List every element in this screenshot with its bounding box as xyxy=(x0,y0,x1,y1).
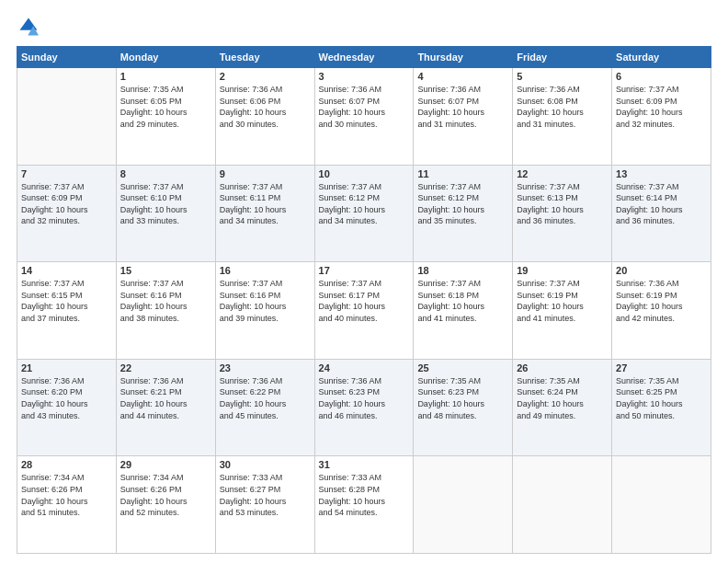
calendar-week-1: 1Sunrise: 7:35 AM Sunset: 6:05 PM Daylig… xyxy=(17,68,711,166)
calendar-cell: 25Sunrise: 7:35 AM Sunset: 6:23 PM Dayli… xyxy=(414,359,513,456)
day-info: Sunrise: 7:34 AM Sunset: 6:26 PM Dayligh… xyxy=(120,472,211,518)
day-info: Sunrise: 7:33 AM Sunset: 6:27 PM Dayligh… xyxy=(220,472,311,518)
calendar-cell: 2Sunrise: 7:36 AM Sunset: 6:06 PM Daylig… xyxy=(215,68,314,166)
day-info: Sunrise: 7:36 AM Sunset: 6:20 PM Dayligh… xyxy=(21,375,112,421)
day-number: 26 xyxy=(517,362,608,373)
day-number: 16 xyxy=(220,265,311,276)
calendar-cell: 6Sunrise: 7:37 AM Sunset: 6:09 PM Daylig… xyxy=(612,68,711,166)
day-info: Sunrise: 7:36 AM Sunset: 6:06 PM Dayligh… xyxy=(220,84,311,130)
calendar-cell: 27Sunrise: 7:35 AM Sunset: 6:25 PM Dayli… xyxy=(612,359,711,456)
svg-marker-0 xyxy=(19,17,37,29)
calendar-cell: 31Sunrise: 7:33 AM Sunset: 6:28 PM Dayli… xyxy=(314,456,414,554)
calendar-cell: 3Sunrise: 7:36 AM Sunset: 6:07 PM Daylig… xyxy=(314,68,414,166)
day-info: Sunrise: 7:36 AM Sunset: 6:19 PM Dayligh… xyxy=(616,278,707,324)
header-friday: Friday xyxy=(513,47,612,68)
calendar-cell: 9Sunrise: 7:37 AM Sunset: 6:11 PM Daylig… xyxy=(215,165,314,262)
day-info: Sunrise: 7:37 AM Sunset: 6:19 PM Dayligh… xyxy=(517,278,608,324)
day-number: 24 xyxy=(319,362,410,373)
day-number: 30 xyxy=(220,459,311,470)
calendar-cell: 7Sunrise: 7:37 AM Sunset: 6:09 PM Daylig… xyxy=(17,165,117,262)
day-info: Sunrise: 7:37 AM Sunset: 6:16 PM Dayligh… xyxy=(220,278,311,324)
day-info: Sunrise: 7:37 AM Sunset: 6:12 PM Dayligh… xyxy=(319,181,410,227)
day-info: Sunrise: 7:36 AM Sunset: 6:07 PM Dayligh… xyxy=(319,84,410,130)
day-number: 2 xyxy=(220,71,311,82)
calendar-cell xyxy=(513,456,612,554)
day-info: Sunrise: 7:34 AM Sunset: 6:26 PM Dayligh… xyxy=(21,472,112,518)
day-number: 1 xyxy=(120,71,211,82)
day-info: Sunrise: 7:36 AM Sunset: 6:07 PM Dayligh… xyxy=(417,84,508,130)
day-info: Sunrise: 7:37 AM Sunset: 6:18 PM Dayligh… xyxy=(417,278,508,324)
calendar-week-3: 14Sunrise: 7:37 AM Sunset: 6:15 PM Dayli… xyxy=(17,262,711,360)
day-info: Sunrise: 7:35 AM Sunset: 6:05 PM Dayligh… xyxy=(120,84,211,130)
calendar-cell: 11Sunrise: 7:37 AM Sunset: 6:12 PM Dayli… xyxy=(414,165,513,262)
calendar-cell: 18Sunrise: 7:37 AM Sunset: 6:18 PM Dayli… xyxy=(414,262,513,360)
day-info: Sunrise: 7:37 AM Sunset: 6:10 PM Dayligh… xyxy=(120,181,211,227)
day-number: 21 xyxy=(21,362,112,373)
calendar-cell: 10Sunrise: 7:37 AM Sunset: 6:12 PM Dayli… xyxy=(314,165,414,262)
calendar-week-2: 7Sunrise: 7:37 AM Sunset: 6:09 PM Daylig… xyxy=(17,165,711,262)
calendar-week-5: 28Sunrise: 7:34 AM Sunset: 6:26 PM Dayli… xyxy=(17,456,711,554)
day-number: 5 xyxy=(517,71,608,82)
calendar-table: SundayMondayTuesdayWednesdayThursdayFrid… xyxy=(17,46,711,554)
logo xyxy=(17,17,39,37)
day-number: 15 xyxy=(120,265,211,276)
calendar-cell: 15Sunrise: 7:37 AM Sunset: 6:16 PM Dayli… xyxy=(116,262,215,360)
day-info: Sunrise: 7:37 AM Sunset: 6:13 PM Dayligh… xyxy=(517,181,608,227)
day-info: Sunrise: 7:37 AM Sunset: 6:09 PM Dayligh… xyxy=(616,84,707,130)
header-sunday: Sunday xyxy=(17,47,117,68)
day-number: 19 xyxy=(517,265,608,276)
day-number: 31 xyxy=(319,459,410,470)
day-info: Sunrise: 7:37 AM Sunset: 6:15 PM Dayligh… xyxy=(21,278,112,324)
calendar-cell: 17Sunrise: 7:37 AM Sunset: 6:17 PM Dayli… xyxy=(314,262,414,360)
day-info: Sunrise: 7:36 AM Sunset: 6:21 PM Dayligh… xyxy=(120,375,211,421)
calendar-cell: 5Sunrise: 7:36 AM Sunset: 6:08 PM Daylig… xyxy=(513,68,612,166)
day-info: Sunrise: 7:36 AM Sunset: 6:22 PM Dayligh… xyxy=(220,375,311,421)
day-number: 20 xyxy=(616,265,707,276)
calendar-cell xyxy=(17,68,117,166)
header xyxy=(17,17,711,37)
calendar-cell: 28Sunrise: 7:34 AM Sunset: 6:26 PM Dayli… xyxy=(17,456,117,554)
header-thursday: Thursday xyxy=(414,47,513,68)
calendar-cell xyxy=(612,456,711,554)
day-number: 25 xyxy=(417,362,508,373)
day-number: 8 xyxy=(120,168,211,179)
logo-icon xyxy=(18,17,39,37)
day-number: 9 xyxy=(220,168,311,179)
day-number: 3 xyxy=(319,71,410,82)
day-info: Sunrise: 7:37 AM Sunset: 6:12 PM Dayligh… xyxy=(417,181,508,227)
page: SundayMondayTuesdayWednesdayThursdayFrid… xyxy=(0,0,728,563)
calendar-cell: 20Sunrise: 7:36 AM Sunset: 6:19 PM Dayli… xyxy=(612,262,711,360)
calendar-cell: 21Sunrise: 7:36 AM Sunset: 6:20 PM Dayli… xyxy=(17,359,117,456)
calendar-cell: 16Sunrise: 7:37 AM Sunset: 6:16 PM Dayli… xyxy=(215,262,314,360)
calendar-cell: 13Sunrise: 7:37 AM Sunset: 6:14 PM Dayli… xyxy=(612,165,711,262)
calendar-cell: 22Sunrise: 7:36 AM Sunset: 6:21 PM Dayli… xyxy=(116,359,215,456)
calendar-week-4: 21Sunrise: 7:36 AM Sunset: 6:20 PM Dayli… xyxy=(17,359,711,456)
day-number: 27 xyxy=(616,362,707,373)
header-tuesday: Tuesday xyxy=(215,47,314,68)
day-number: 28 xyxy=(21,459,112,470)
day-info: Sunrise: 7:37 AM Sunset: 6:09 PM Dayligh… xyxy=(21,181,112,227)
day-info: Sunrise: 7:35 AM Sunset: 6:25 PM Dayligh… xyxy=(616,375,707,421)
day-number: 6 xyxy=(616,71,707,82)
day-info: Sunrise: 7:36 AM Sunset: 6:08 PM Dayligh… xyxy=(517,84,608,130)
calendar-cell: 1Sunrise: 7:35 AM Sunset: 6:05 PM Daylig… xyxy=(116,68,215,166)
calendar-cell: 30Sunrise: 7:33 AM Sunset: 6:27 PM Dayli… xyxy=(215,456,314,554)
calendar-cell: 24Sunrise: 7:36 AM Sunset: 6:23 PM Dayli… xyxy=(314,359,414,456)
calendar-cell: 14Sunrise: 7:37 AM Sunset: 6:15 PM Dayli… xyxy=(17,262,117,360)
day-number: 7 xyxy=(21,168,112,179)
calendar-header-row: SundayMondayTuesdayWednesdayThursdayFrid… xyxy=(17,47,711,68)
calendar-cell xyxy=(414,456,513,554)
day-number: 4 xyxy=(417,71,508,82)
day-info: Sunrise: 7:33 AM Sunset: 6:28 PM Dayligh… xyxy=(319,472,410,518)
day-info: Sunrise: 7:35 AM Sunset: 6:24 PM Dayligh… xyxy=(517,375,608,421)
header-wednesday: Wednesday xyxy=(314,47,414,68)
calendar-cell: 29Sunrise: 7:34 AM Sunset: 6:26 PM Dayli… xyxy=(116,456,215,554)
calendar-cell: 23Sunrise: 7:36 AM Sunset: 6:22 PM Dayli… xyxy=(215,359,314,456)
day-number: 22 xyxy=(120,362,211,373)
calendar-cell: 19Sunrise: 7:37 AM Sunset: 6:19 PM Dayli… xyxy=(513,262,612,360)
day-info: Sunrise: 7:37 AM Sunset: 6:14 PM Dayligh… xyxy=(616,181,707,227)
header-monday: Monday xyxy=(116,47,215,68)
calendar-cell: 12Sunrise: 7:37 AM Sunset: 6:13 PM Dayli… xyxy=(513,165,612,262)
calendar-cell: 8Sunrise: 7:37 AM Sunset: 6:10 PM Daylig… xyxy=(116,165,215,262)
calendar-cell: 4Sunrise: 7:36 AM Sunset: 6:07 PM Daylig… xyxy=(414,68,513,166)
